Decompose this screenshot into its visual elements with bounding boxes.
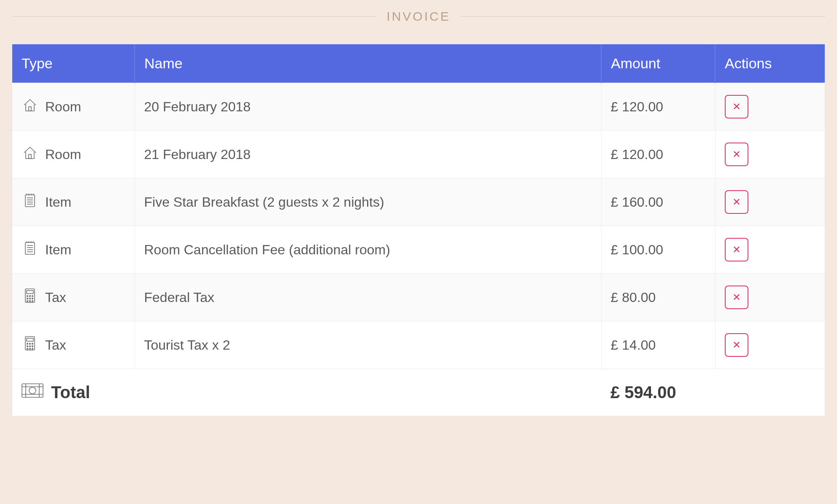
svg-point-24 [27, 296, 28, 297]
svg-point-28 [30, 298, 31, 299]
money-icon [22, 382, 43, 403]
note-icon [22, 192, 38, 212]
svg-rect-0 [29, 107, 31, 111]
table-row: Room21 February 2018£ 120.00✕ [12, 131, 825, 178]
col-header-name: Name [135, 44, 601, 83]
svg-point-38 [27, 346, 28, 347]
calc-icon [22, 287, 38, 307]
total-row: Total £ 594.00 [12, 369, 825, 416]
amount-cell: £ 120.00 [601, 83, 715, 131]
svg-point-31 [30, 301, 31, 302]
svg-point-35 [27, 343, 28, 345]
name-cell: Five Star Breakfast (2 guests x 2 nights… [135, 178, 601, 226]
invoice-table-card: Type Name Amount Actions Room20 February… [12, 44, 825, 416]
svg-point-37 [32, 343, 33, 345]
delete-row-button[interactable]: ✕ [725, 95, 748, 119]
amount-cell: £ 100.00 [601, 226, 715, 274]
total-amount: £ 594.00 [601, 369, 825, 416]
type-label: Item [45, 242, 71, 258]
svg-point-42 [30, 348, 31, 350]
type-label: Tax [45, 290, 66, 305]
name-cell: 20 February 2018 [135, 83, 601, 131]
type-label: Tax [45, 337, 66, 353]
type-label: Room [45, 99, 81, 115]
type-label: Item [45, 194, 71, 210]
table-row: TaxTourist Tax x 2£ 14.00✕ [12, 321, 825, 369]
table-header-row: Type Name Amount Actions [12, 44, 825, 83]
rule-right [461, 16, 825, 17]
col-header-type: Type [12, 44, 135, 83]
home-icon [22, 144, 38, 164]
amount-cell: £ 160.00 [601, 178, 715, 226]
svg-point-40 [32, 346, 33, 347]
delete-row-button[interactable]: ✕ [725, 143, 748, 166]
col-header-amount: Amount [601, 44, 715, 83]
svg-point-29 [32, 298, 33, 299]
amount-cell: £ 80.00 [601, 274, 715, 321]
table-row: Room20 February 2018£ 120.00✕ [12, 83, 825, 131]
table-row: ItemRoom Cancellation Fee (additional ro… [12, 226, 825, 274]
svg-rect-34 [27, 338, 33, 341]
svg-point-41 [27, 348, 28, 350]
amount-cell: £ 14.00 [601, 321, 715, 369]
svg-point-30 [27, 301, 28, 302]
name-cell: 21 February 2018 [135, 131, 601, 178]
delete-row-button[interactable]: ✕ [725, 286, 748, 309]
svg-rect-2 [25, 195, 35, 207]
invoice-table: Type Name Amount Actions Room20 February… [12, 44, 825, 416]
svg-point-25 [30, 296, 31, 297]
home-icon [22, 97, 38, 117]
name-cell: Federal Tax [135, 274, 601, 321]
svg-rect-23 [27, 291, 33, 294]
svg-point-39 [30, 346, 31, 347]
delete-row-button[interactable]: ✕ [725, 190, 748, 214]
total-label: Total [51, 383, 90, 402]
svg-point-26 [32, 296, 33, 297]
svg-point-32 [32, 301, 33, 302]
type-label: Room [45, 147, 81, 162]
calc-icon [22, 335, 38, 355]
svg-rect-44 [22, 384, 43, 397]
svg-point-45 [29, 387, 36, 394]
name-cell: Tourist Tax x 2 [135, 321, 601, 369]
delete-row-button[interactable]: ✕ [725, 333, 748, 357]
table-row: ItemFive Star Breakfast (2 guests x 2 ni… [12, 178, 825, 226]
rule-left [12, 16, 376, 17]
name-cell: Room Cancellation Fee (additional room) [135, 226, 601, 274]
section-title: INVOICE [386, 9, 450, 24]
table-row: TaxFederal Tax£ 80.00✕ [12, 274, 825, 321]
svg-rect-12 [25, 243, 35, 254]
svg-point-36 [30, 343, 31, 345]
section-header: INVOICE [0, 0, 837, 44]
col-header-actions: Actions [715, 44, 825, 83]
note-icon [22, 240, 38, 260]
delete-row-button[interactable]: ✕ [725, 238, 748, 261]
svg-point-27 [27, 298, 28, 299]
svg-point-43 [32, 348, 33, 350]
amount-cell: £ 120.00 [601, 131, 715, 178]
svg-rect-1 [29, 154, 31, 159]
